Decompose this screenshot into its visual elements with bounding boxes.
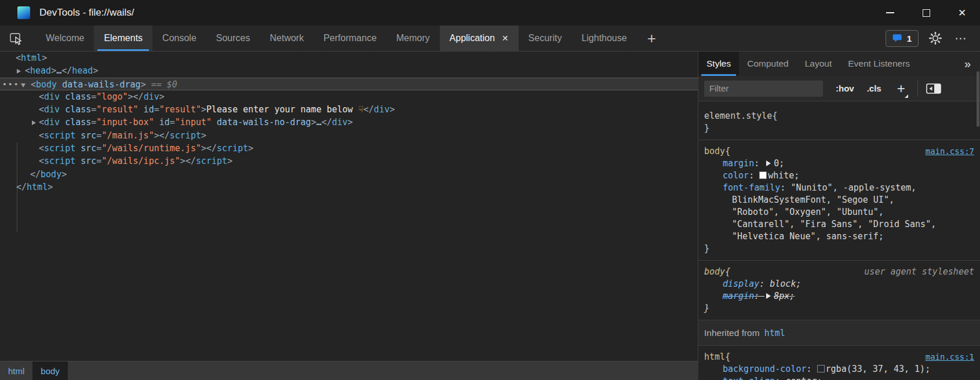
- dom-tree-row[interactable]: <html>: [0, 52, 698, 64]
- tab-sources[interactable]: Sources: [206, 25, 260, 51]
- css-declaration[interactable]: margin: 8px;: [704, 290, 974, 302]
- code-token: <: [39, 130, 44, 141]
- css-declaration[interactable]: background-color: rgba(33, 37, 43, 1);: [704, 363, 974, 375]
- rule-selector[interactable]: element.style: [704, 110, 772, 122]
- dom-tree-row[interactable]: <head>…</head>: [0, 64, 698, 77]
- code-token: src: [75, 130, 96, 141]
- scrollbar-thumb[interactable]: [977, 71, 979, 127]
- css-declaration[interactable]: margin: 0;: [704, 158, 974, 170]
- stylesheet-link[interactable]: main.css:1: [926, 351, 974, 363]
- expand-value-icon[interactable]: [766, 293, 771, 299]
- css-declaration[interactable]: display: block;: [704, 278, 974, 290]
- code-token: id: [139, 104, 154, 115]
- code-token: "logo": [96, 92, 127, 102]
- toggle-pseudo-state-button[interactable]: :hov: [836, 83, 854, 93]
- tab-label: Sources: [216, 33, 250, 43]
- styles-filter-bar: :hov .cls +: [698, 76, 980, 101]
- dom-tree-row[interactable]: </html>: [0, 181, 698, 193]
- expand-value-icon[interactable]: [766, 160, 771, 166]
- tab-lighthouse[interactable]: Lighthouse: [571, 25, 636, 51]
- tab-memory[interactable]: Memory: [387, 25, 440, 51]
- tab-label: Lighthouse: [581, 33, 626, 43]
- close-icon: ✕: [958, 8, 966, 18]
- inherited-from-label: Inherited fromhtml: [698, 320, 980, 346]
- styles-filter-input[interactable]: [704, 81, 823, 97]
- expand-icon[interactable]: [32, 120, 36, 125]
- feedback-button[interactable]: 1: [886, 30, 919, 47]
- inspect-element-button[interactable]: [5, 25, 28, 51]
- new-style-rule-button[interactable]: +: [893, 81, 909, 97]
- toggle-computed-pane-button[interactable]: [917, 81, 941, 97]
- code-token: <: [39, 117, 44, 127]
- tab-security[interactable]: Security: [519, 25, 572, 51]
- content-area: <html><head>…</head>•••<body data-wails-…: [0, 51, 980, 380]
- code-token: src: [75, 156, 96, 166]
- more-tabs-button[interactable]: +: [637, 25, 666, 51]
- tab-elements[interactable]: Elements: [94, 25, 152, 51]
- rule-selector[interactable]: html: [704, 351, 725, 363]
- colon: :: [780, 182, 790, 193]
- dom-tree-row[interactable]: <script src="/main.js"></script>: [0, 129, 698, 142]
- code-token: div: [332, 117, 348, 127]
- css-declaration[interactable]: font-family: "Nunito", -apple-system,: [704, 182, 974, 194]
- dom-tree-row[interactable]: <script src="/wails/ipc.js"></script>: [0, 155, 698, 167]
- code-token: </: [16, 182, 27, 192]
- css-value-continuation: "Helvetica Neue", sans-serif;: [704, 231, 974, 243]
- breadcrumb-item-html[interactable]: html: [0, 361, 32, 380]
- rule-selector[interactable]: body: [704, 266, 725, 278]
- sidebar-tab-styles[interactable]: Styles: [698, 52, 739, 76]
- toggle-element-classes-button[interactable]: .cls: [867, 83, 881, 93]
- code-token: >: [48, 182, 53, 192]
- open-brace: {: [772, 110, 777, 122]
- code-token: "/main.js": [101, 130, 154, 141]
- dropdown-corner-icon: [905, 94, 908, 98]
- rule-selector-line: body {user agent stylesheet: [704, 266, 974, 278]
- sidebar-tab-layout[interactable]: Layout: [797, 52, 840, 76]
- color-swatch[interactable]: [759, 171, 767, 179]
- dom-tree-row[interactable]: <div class="logo"></div>: [0, 90, 698, 103]
- dom-tree-row[interactable]: <div class="result" id="result">Please e…: [0, 103, 698, 116]
- code-token: div: [44, 104, 60, 115]
- inherited-node-link[interactable]: html: [764, 328, 785, 338]
- tab-performance[interactable]: Performance: [314, 25, 387, 51]
- code-token: script: [44, 156, 75, 166]
- maximize-button[interactable]: [908, 0, 944, 25]
- dom-tree-row[interactable]: <script src="/wails/runtime.js"></script…: [0, 142, 698, 155]
- tab-network[interactable]: Network: [260, 25, 314, 51]
- dom-tree-row[interactable]: <div class="input-box" id="input" data-w…: [0, 116, 698, 129]
- code-token: data-wails-drag: [57, 79, 141, 90]
- inspect-icon: [9, 31, 24, 46]
- tab-close-icon[interactable]: ✕: [502, 34, 509, 43]
- expand-icon[interactable]: [17, 69, 21, 74]
- styles-pane: element.style {}body {main.css:7margin: …: [698, 101, 980, 380]
- sidebar-tab-computed[interactable]: Computed: [739, 52, 797, 76]
- node-menu-icon[interactable]: •••: [2, 78, 19, 91]
- css-declaration[interactable]: text-align: center;: [704, 375, 974, 380]
- tab-console[interactable]: Console: [152, 25, 206, 51]
- tab-application[interactable]: Application✕: [440, 25, 519, 51]
- close-button[interactable]: ✕: [944, 0, 980, 25]
- tab-welcome[interactable]: Welcome: [36, 25, 94, 51]
- open-brace: {: [725, 266, 730, 278]
- css-property-value: rgba(33, 37, 43, 1);: [826, 364, 931, 374]
- dom-tree-row[interactable]: </body>: [0, 168, 698, 181]
- rule-selector-line: element.style {: [704, 110, 974, 122]
- dom-tree-row[interactable]: •••<body data-wails-drag> == $0: [0, 78, 698, 90]
- collapse-icon[interactable]: [21, 83, 25, 87]
- stylesheet-link[interactable]: main.css:7: [926, 145, 974, 158]
- breadcrumb-item-body[interactable]: body: [32, 361, 68, 380]
- color-swatch[interactable]: [817, 365, 825, 372]
- settings-button[interactable]: [927, 30, 944, 47]
- minimize-button[interactable]: [872, 0, 908, 25]
- rule-selector[interactable]: body: [704, 145, 725, 158]
- more-options-button[interactable]: ⋯: [952, 30, 970, 47]
- code-token: >: [389, 104, 395, 115]
- sidebar-tabs: StylesComputedLayoutEvent Listeners»: [698, 52, 980, 76]
- colon: :: [807, 364, 817, 374]
- css-declaration[interactable]: color: white;: [704, 170, 974, 182]
- code-token: ☟: [358, 104, 363, 115]
- gear-icon: [928, 31, 942, 45]
- colon: :: [754, 158, 764, 169]
- sidebar-tab-event-listeners[interactable]: Event Listeners: [840, 52, 918, 76]
- title-bar: DevTools - file://wails/ ✕: [0, 0, 980, 25]
